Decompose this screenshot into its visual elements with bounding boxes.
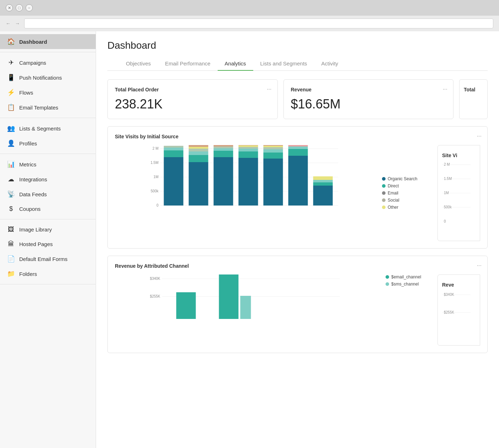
- metric-more-total-placed-order[interactable]: ···: [267, 86, 271, 92]
- svg-text:$340K: $340K: [150, 277, 160, 281]
- tab-activity[interactable]: Activity: [314, 57, 345, 71]
- revenue-legend: $email_channel $sms_channel: [386, 274, 432, 346]
- hosted-pages-icon: 🏛: [7, 240, 15, 248]
- revenue-chart-card: Revenue by Attributed Channel ··· $340K …: [107, 256, 488, 353]
- tab-email-performance[interactable]: Email Performance: [158, 57, 218, 71]
- revenue-chart-area: $340K $255K: [115, 274, 480, 346]
- sidebar-item-label: Image Library: [19, 226, 52, 233]
- svg-rect-18: [189, 149, 208, 151]
- tab-lists-segments[interactable]: Lists and Segments: [253, 57, 314, 71]
- home-icon: 🏠: [7, 38, 15, 46]
- sidebar-item-label: Lists & Segments: [19, 126, 61, 132]
- legend-label-direct: Direct: [388, 183, 399, 188]
- lists-icon: 👥: [7, 124, 15, 132]
- sidebar-item-lists-segments[interactable]: 👥 Lists & Segments: [0, 121, 96, 136]
- svg-rect-16: [189, 155, 208, 162]
- sidebar-item-coupons[interactable]: $ Coupons: [0, 202, 96, 216]
- svg-rect-29: [239, 147, 258, 149]
- sidebar-item-label: Integrations: [19, 176, 47, 182]
- sidebar-item-label: Hosted Pages: [19, 241, 53, 247]
- sidebar-item-hosted-pages[interactable]: 🏛 Hosted Pages: [0, 237, 96, 251]
- revenue-partial-right: Reve $340K $255K: [437, 274, 480, 346]
- svg-text:$255K: $255K: [444, 310, 454, 314]
- revenue-chart-more[interactable]: ···: [477, 262, 482, 269]
- sidebar-item-metrics[interactable]: 📊 Metrics: [0, 157, 96, 172]
- svg-text:500k: 500k: [151, 189, 159, 193]
- sidebar-item-default-email-forms[interactable]: 📄 Default Email Forms: [0, 251, 96, 266]
- sidebar-item-profiles[interactable]: 👤 Profiles: [0, 136, 96, 151]
- sidebar-item-data-feeds[interactable]: 📡 Data Feeds: [0, 187, 96, 202]
- sidebar-item-image-library[interactable]: 🖼 Image Library: [0, 222, 96, 237]
- metric-label-revenue: Revenue: [291, 87, 446, 92]
- sidebar-item-label: Folders: [19, 271, 37, 277]
- svg-rect-19: [189, 147, 208, 149]
- svg-rect-17: [189, 151, 208, 155]
- metrics-row: Total Placed Order 238.21K ··· Revenue $…: [107, 79, 488, 119]
- svg-rect-11: [164, 150, 184, 157]
- metric-card-total-partial: Total: [459, 79, 488, 119]
- svg-rect-35: [264, 147, 283, 149]
- svg-rect-41: [288, 145, 308, 146]
- metrics-icon: 📊: [7, 160, 15, 168]
- svg-rect-27: [239, 151, 258, 158]
- sidebar-item-campaigns[interactable]: ✈ Campaigns: [0, 55, 96, 70]
- metric-value-total-placed-order: 238.21K: [115, 97, 270, 112]
- svg-rect-13: [164, 146, 184, 148]
- sidebar-item-email-templates[interactable]: 📋 Email Templates: [0, 100, 96, 115]
- maximize-button[interactable]: −: [26, 4, 33, 11]
- sidebar-item-label: Coupons: [19, 206, 41, 212]
- data-feeds-icon: 📡: [7, 190, 15, 198]
- bar-chart-svg: 2 M 1.5M 1M 500k 0: [115, 145, 376, 241]
- svg-rect-45: [313, 176, 333, 180]
- close-button[interactable]: ✕: [6, 4, 13, 11]
- revenue-partial-label: Reve: [442, 282, 476, 288]
- site-visits-chart-more[interactable]: ···: [477, 133, 482, 139]
- svg-rect-20: [189, 145, 208, 147]
- revenue-chart-svg: $340K $255K: [115, 274, 380, 346]
- site-visits-chart-card: Site Visits by Initial Source ···: [107, 126, 488, 249]
- sidebar-item-label: Email Templates: [19, 105, 58, 111]
- folders-icon: 📁: [7, 270, 15, 278]
- svg-text:2 M: 2 M: [153, 146, 159, 150]
- svg-text:2 M: 2 M: [444, 162, 450, 166]
- legend-label-email-channel: $email_channel: [391, 274, 421, 279]
- minimize-button[interactable]: □: [16, 4, 23, 11]
- legend-label-organic: Organic Search: [388, 176, 417, 181]
- forms-icon: 📄: [7, 255, 15, 263]
- legend-dot-email-channel: [386, 275, 389, 279]
- metric-card-revenue: Revenue $16.65M ···: [283, 79, 454, 119]
- legend-label-sms-channel: $sms_channel: [391, 282, 419, 287]
- svg-text:0: 0: [444, 219, 446, 223]
- legend-dot-direct: [382, 184, 386, 188]
- back-button[interactable]: ←: [6, 21, 11, 26]
- partial-right-label: Site Vi: [442, 153, 476, 158]
- tab-objectives[interactable]: Objectives: [119, 57, 158, 71]
- svg-rect-30: [239, 145, 258, 147]
- sidebar-item-push-notifications[interactable]: 📱 Push Notifications: [0, 70, 96, 85]
- window-chrome: ✕ □ −: [0, 0, 499, 16]
- svg-rect-36: [264, 146, 283, 147]
- url-bar[interactable]: [24, 18, 493, 28]
- svg-rect-59: [176, 292, 196, 319]
- tab-analytics[interactable]: Analytics: [218, 57, 253, 71]
- legend-social: Social: [382, 198, 432, 203]
- svg-rect-39: [288, 149, 308, 156]
- forward-button[interactable]: →: [15, 21, 20, 26]
- tabs-bar: Objectives Email Performance Analytics L…: [107, 57, 488, 71]
- sidebar-item-label: Dashboard: [19, 39, 47, 45]
- legend-dot-organic: [382, 177, 386, 181]
- sidebar-item-integrations[interactable]: ☁ Integrations: [0, 172, 96, 187]
- legend-organic-search: Organic Search: [382, 176, 432, 181]
- legend-other: Other: [382, 205, 432, 210]
- sidebar-item-dashboard[interactable]: 🏠 Dashboard: [0, 34, 96, 49]
- metric-card-total-placed-order: Total Placed Order 238.21K ···: [107, 79, 278, 119]
- legend-label-email: Email: [388, 191, 398, 196]
- svg-rect-61: [240, 296, 251, 319]
- sidebar-item-flows[interactable]: ⚡ Flows: [0, 85, 96, 100]
- page-title: Dashboard: [107, 40, 488, 51]
- sidebar-item-folders[interactable]: 📁 Folders: [0, 266, 96, 281]
- svg-text:0: 0: [156, 203, 159, 207]
- metric-more-revenue[interactable]: ···: [443, 86, 447, 92]
- metric-partial-label: Total: [464, 87, 483, 92]
- svg-rect-42: [313, 186, 333, 206]
